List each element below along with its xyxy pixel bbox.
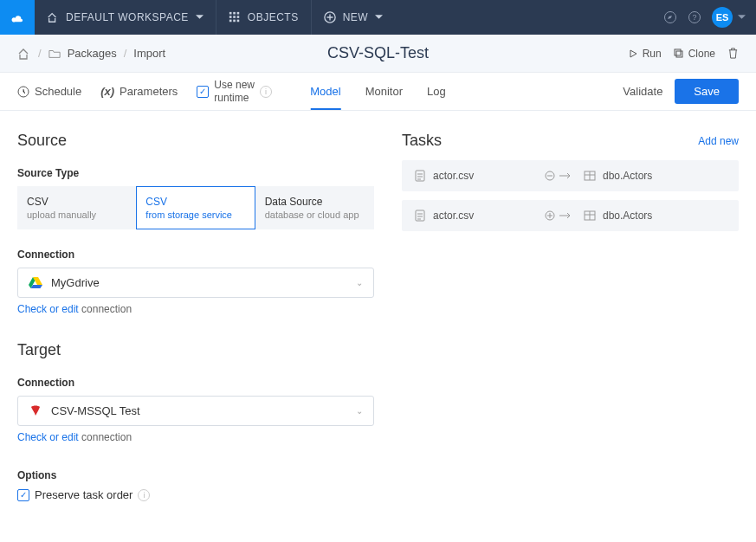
source-type-csv-manual[interactable]: CSV upload manually	[17, 186, 136, 229]
avatar: ES	[712, 7, 733, 28]
svg-rect-4	[233, 16, 236, 18]
breadcrumb-current[interactable]: Import	[133, 47, 165, 60]
svg-rect-0	[229, 12, 232, 15]
svg-rect-5	[236, 16, 239, 18]
svg-rect-7	[233, 20, 236, 23]
runtime-toggle[interactable]: ✓ Use new runtime i	[197, 79, 272, 104]
target-check-edit[interactable]: Check or edit connection	[17, 431, 374, 443]
table-icon	[584, 170, 596, 182]
task-row[interactable]: actor.csv dbo.Actors	[402, 200, 739, 231]
breadcrumb-packages[interactable]: Packages	[68, 47, 117, 60]
source-type-csv-storage[interactable]: CSV from storage service	[136, 186, 255, 229]
parameters-button[interactable]: (x) Parameters	[100, 85, 178, 98]
compass-icon[interactable]	[663, 10, 677, 24]
preserve-label: Preserve task order	[35, 488, 132, 501]
add-task-button[interactable]: Add new	[698, 135, 739, 147]
preserve-checkbox[interactable]: ✓	[17, 489, 29, 501]
workspace-switcher[interactable]: DEFAULT WORKSPACE	[35, 0, 216, 35]
target-conn-label: Connection	[17, 377, 374, 389]
tab-log[interactable]: Log	[427, 74, 446, 109]
subbar: / Packages / Import CSV-SQL-Test Run Clo…	[0, 35, 756, 73]
svg-rect-8	[236, 20, 239, 23]
source-heading: Source	[17, 132, 374, 150]
gdrive-icon	[29, 277, 42, 289]
svg-rect-6	[229, 20, 232, 23]
delete-button[interactable]	[727, 48, 739, 59]
clone-button[interactable]: Clone	[674, 48, 715, 60]
chevron-down-icon: ⌄	[356, 406, 363, 416]
folder-icon	[48, 48, 61, 60]
info-icon[interactable]: i	[260, 86, 272, 98]
validate-button[interactable]: Validate	[623, 85, 662, 98]
svg-rect-2	[236, 12, 239, 15]
svg-text:?: ?	[692, 13, 696, 22]
page-title: CSV-SQL-Test	[327, 44, 429, 62]
target-connection-select[interactable]: CSV-MSSQL Test ⌄	[17, 396, 374, 426]
new-menu[interactable]: NEW	[311, 0, 396, 35]
options-heading: Options	[17, 469, 374, 481]
chevron-down-icon: ⌄	[356, 278, 363, 287]
source-connection-select[interactable]: MyGdrive ⌄	[17, 268, 374, 298]
mssql-icon	[29, 405, 42, 417]
table-icon	[584, 210, 596, 222]
tab-monitor[interactable]: Monitor	[365, 74, 403, 109]
help-icon[interactable]: ?	[688, 10, 701, 24]
file-icon	[414, 170, 426, 182]
task-direction-icon	[544, 210, 572, 222]
home-icon[interactable]	[17, 47, 31, 61]
svg-rect-3	[229, 16, 232, 18]
info-icon[interactable]: i	[138, 489, 150, 501]
source-type-label: Source Type	[17, 167, 374, 179]
task-direction-icon	[544, 170, 572, 182]
objects-menu[interactable]: OBJECTS	[216, 0, 311, 35]
schedule-button[interactable]: Schedule	[17, 85, 81, 98]
file-icon	[414, 210, 426, 222]
toolbar: Schedule (x) Parameters ✓ Use new runtim…	[0, 73, 756, 111]
svg-rect-14	[675, 49, 681, 55]
target-heading: Target	[17, 341, 374, 359]
source-type-datasource[interactable]: Data Source database or cloud app	[255, 186, 374, 229]
task-row[interactable]: actor.csv dbo.Actors	[402, 160, 739, 191]
run-button[interactable]: Run	[628, 48, 662, 60]
tab-model[interactable]: Model	[310, 74, 340, 110]
check-icon: ✓	[197, 86, 209, 98]
logo[interactable]	[0, 0, 35, 35]
svg-rect-1	[233, 12, 236, 15]
save-button[interactable]: Save	[675, 79, 739, 104]
user-menu[interactable]: ES	[712, 7, 746, 28]
source-conn-label: Connection	[17, 248, 374, 261]
source-check-edit[interactable]: Check or edit connection	[17, 303, 374, 315]
topbar: DEFAULT WORKSPACE OBJECTS NEW ? ES	[0, 0, 756, 35]
svg-rect-13	[676, 51, 682, 57]
tasks-heading: Tasks	[402, 132, 442, 150]
